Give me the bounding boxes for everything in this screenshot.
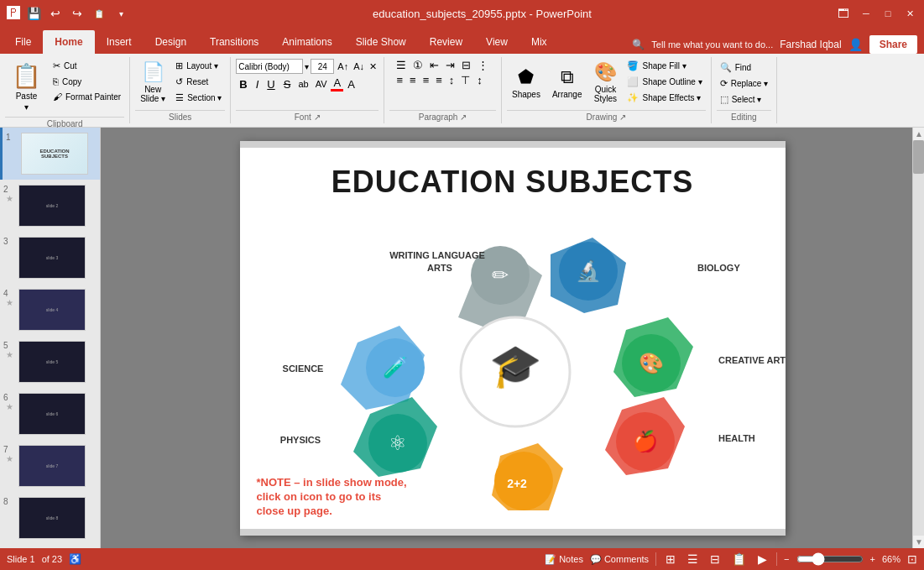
- minimize-btn[interactable]: ─: [859, 6, 874, 21]
- indent-more-btn[interactable]: ⇥: [443, 59, 457, 71]
- slide-thumb-6[interactable]: 6 ★ slide 6: [0, 388, 100, 440]
- share-button[interactable]: Share: [869, 35, 917, 54]
- copy-button[interactable]: ⎘ Copy: [50, 75, 124, 88]
- layout-button[interactable]: ⊞ Layout ▾: [172, 59, 225, 73]
- align-center-btn[interactable]: ≡: [407, 74, 419, 86]
- font-content: ▾ A↑ A↓ ✕ B I U S ab AV A A: [236, 57, 378, 110]
- scroll-up-arrow[interactable]: ▲: [913, 128, 924, 140]
- save-icon[interactable]: 💾: [25, 5, 42, 22]
- scroll-track[interactable]: [913, 140, 924, 536]
- accessibility-icon[interactable]: ♿: [69, 553, 81, 565]
- paste-dropdown[interactable]: ▾: [24, 102, 29, 112]
- customize-icon[interactable]: 📋: [91, 5, 107, 22]
- notes-view-btn[interactable]: 📋: [729, 552, 749, 566]
- slide-thumb-1[interactable]: 1 EDUCATIONSUBJECTS: [0, 128, 100, 180]
- paste-label: Paste: [16, 92, 38, 101]
- restore-btn[interactable]: □: [880, 6, 895, 21]
- zoom-slider[interactable]: [796, 552, 864, 566]
- clear-format-btn[interactable]: ✕: [368, 61, 378, 72]
- slide-panel[interactable]: 1 EDUCATIONSUBJECTS 2 ★ slide 2 3 slide …: [0, 128, 101, 548]
- format-painter-button[interactable]: 🖌 Format Painter: [50, 90, 124, 103]
- find-button[interactable]: 🔍 Find: [717, 60, 754, 75]
- text-direction-btn[interactable]: ↕: [446, 74, 457, 86]
- main-area: 1 EDUCATIONSUBJECTS 2 ★ slide 2 3 slide …: [0, 128, 924, 548]
- font-color-button[interactable]: A: [331, 76, 343, 92]
- line-spacing-btn[interactable]: ↕: [474, 74, 485, 86]
- columns-btn[interactable]: ⊟: [459, 59, 473, 71]
- window-tablet-icon[interactable]: 🗔: [835, 5, 852, 22]
- align-right-btn[interactable]: ≡: [420, 74, 432, 86]
- dropdown-icon[interactable]: ▾: [112, 5, 129, 22]
- normal-view-btn[interactable]: ⊞: [663, 552, 678, 566]
- text-align-btn[interactable]: ⊤: [458, 74, 472, 86]
- shadow-button[interactable]: ab: [295, 79, 311, 89]
- arrange-button[interactable]: ⧉ Arrange: [547, 59, 587, 106]
- close-btn[interactable]: ✕: [902, 6, 917, 21]
- justify-btn[interactable]: ≡: [433, 74, 445, 86]
- slide-thumb-3[interactable]: 3 slide 3: [0, 232, 100, 284]
- select-button[interactable]: ⬚ Select ▾: [717, 92, 765, 107]
- reset-button[interactable]: ↺ Reset: [172, 75, 225, 89]
- slideshow-btn[interactable]: ▶: [755, 552, 770, 566]
- slide-sorter-btn[interactable]: ⊟: [707, 552, 723, 566]
- paste-button[interactable]: 📋 Paste ▾: [5, 59, 48, 115]
- search-tell-me[interactable]: Tell me what you want to do...: [651, 39, 773, 50]
- tab-view[interactable]: View: [474, 30, 519, 54]
- shapes-button[interactable]: ⬟ Shapes: [507, 59, 546, 106]
- font-name-dropdown[interactable]: ▾: [305, 62, 309, 71]
- shape-fill-button[interactable]: 🪣 Shape Fill ▾: [624, 59, 705, 73]
- align-left-btn[interactable]: ≡: [394, 74, 405, 86]
- slide-thumb-5[interactable]: 5 ★ slide 5: [0, 336, 100, 388]
- highlight-button[interactable]: A: [345, 78, 358, 91]
- italic-button[interactable]: I: [253, 78, 263, 91]
- slide-thumb-2[interactable]: 2 ★ slide 2: [0, 180, 100, 232]
- redo-icon[interactable]: ↪: [69, 5, 86, 22]
- section-button[interactable]: ☰ Section ▾: [172, 91, 225, 105]
- slide-thumb-7[interactable]: 7 ★ slide 7: [0, 440, 100, 492]
- editing-label: Editing: [717, 110, 771, 123]
- outline-view-btn[interactable]: ☰: [685, 552, 701, 566]
- font-increase-btn[interactable]: A↑: [336, 61, 350, 71]
- replace-button[interactable]: ⟳ Replace ▾: [717, 76, 771, 91]
- shape-effects-button[interactable]: ✨ Shape Effects ▾: [624, 91, 705, 105]
- smartart-btn[interactable]: ⋮: [475, 59, 491, 71]
- new-slide-button[interactable]: 📄 NewSlide ▾: [135, 59, 170, 106]
- tab-review[interactable]: Review: [418, 30, 474, 54]
- slide-preview-1: EDUCATIONSUBJECTS: [21, 133, 88, 175]
- undo-icon[interactable]: ↩: [47, 5, 64, 22]
- tab-transitions[interactable]: Transitions: [198, 30, 270, 54]
- bold-button[interactable]: B: [236, 78, 250, 91]
- tab-home[interactable]: Home: [43, 30, 94, 54]
- vertical-scrollbar[interactable]: ▲ ▼: [912, 128, 924, 548]
- tab-file[interactable]: File: [3, 30, 43, 54]
- tab-insert[interactable]: Insert: [95, 30, 144, 54]
- spacing-button[interactable]: AV: [313, 79, 330, 89]
- slide-thumb-4[interactable]: 4 ★ slide 4: [0, 284, 100, 336]
- tab-slideshow[interactable]: Slide Show: [344, 30, 418, 54]
- bullets-button[interactable]: ☰: [394, 59, 409, 71]
- shape-outline-button[interactable]: ⬜ Shape Outline ▾: [624, 75, 705, 89]
- quick-styles-button[interactable]: 🎨 QuickStyles: [588, 59, 622, 106]
- fit-slide-btn[interactable]: ⊡: [907, 552, 917, 566]
- slide-canvas[interactable]: EDUCATION SUBJECTS: [240, 141, 786, 536]
- slide-preview-4: slide 4: [18, 289, 86, 331]
- font-size-input[interactable]: [311, 59, 334, 74]
- zoom-out-btn[interactable]: −: [784, 554, 789, 564]
- slide-thumb-8[interactable]: 8 slide 8: [0, 492, 100, 544]
- scroll-down-arrow[interactable]: ▼: [913, 536, 924, 548]
- tab-design[interactable]: Design: [144, 30, 198, 54]
- cut-button[interactable]: ✂ Cut: [50, 59, 124, 73]
- comments-button[interactable]: 💬 Comments: [590, 554, 649, 565]
- scroll-thumb[interactable]: [913, 140, 924, 174]
- underline-button[interactable]: U: [264, 78, 278, 91]
- font-name-input[interactable]: [236, 59, 303, 74]
- numbers-button[interactable]: ①: [410, 59, 425, 71]
- slide-preview-5: slide 5: [18, 341, 86, 383]
- font-decrease-btn[interactable]: A↓: [352, 61, 366, 71]
- strikethrough-button[interactable]: S: [280, 78, 295, 91]
- notes-button[interactable]: 📝 Notes: [545, 554, 583, 565]
- tab-mix[interactable]: Mix: [519, 30, 559, 54]
- zoom-in-btn[interactable]: +: [870, 554, 875, 564]
- indent-less-btn[interactable]: ⇤: [427, 59, 441, 71]
- tab-animations[interactable]: Animations: [270, 30, 343, 54]
